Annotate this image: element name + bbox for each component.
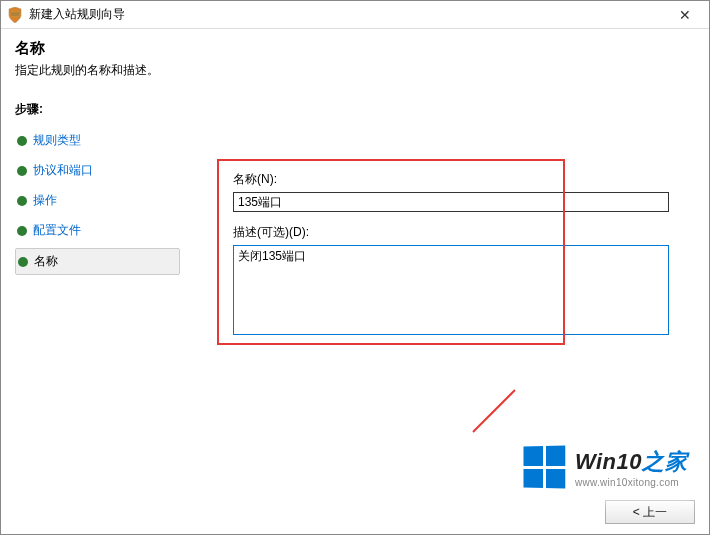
close-button[interactable]: ✕ — [665, 2, 705, 28]
step-label: 协议和端口 — [33, 162, 93, 179]
window-title: 新建入站规则向导 — [29, 6, 665, 23]
step-profile[interactable]: 配置文件 — [15, 218, 180, 243]
step-label: 规则类型 — [33, 132, 81, 149]
description-input[interactable] — [233, 245, 669, 335]
step-rule-type[interactable]: 规则类型 — [15, 128, 180, 153]
firewall-icon — [7, 7, 23, 23]
watermark: Win10之家 www.win10xitong.com — [515, 442, 695, 492]
step-label: 名称 — [34, 253, 58, 270]
watermark-title: Win10之家 — [575, 447, 687, 477]
wizard-button-bar: < 上一 — [605, 500, 695, 524]
step-label: 配置文件 — [33, 222, 81, 239]
bullet-icon — [17, 226, 27, 236]
bullet-icon — [17, 136, 27, 146]
windows-logo-icon — [523, 446, 565, 489]
step-action[interactable]: 操作 — [15, 188, 180, 213]
bullet-icon — [18, 257, 28, 267]
step-protocol-ports[interactable]: 协议和端口 — [15, 158, 180, 183]
back-button[interactable]: < 上一 — [605, 500, 695, 524]
description-label: 描述(可选)(D): — [233, 224, 669, 241]
page-title: 名称 — [15, 39, 695, 58]
step-label: 操作 — [33, 192, 57, 209]
title-bar: 新建入站规则向导 ✕ — [1, 1, 709, 29]
description-field-group: 描述(可选)(D): — [233, 224, 669, 338]
steps-sidebar: 步骤: 规则类型 协议和端口 操作 配置文件 名称 — [1, 91, 187, 535]
name-field-group: 名称(N): — [233, 171, 669, 212]
watermark-url: www.win10xitong.com — [575, 477, 679, 488]
svg-rect-0 — [11, 11, 19, 17]
page-subtitle: 指定此规则的名称和描述。 — [15, 62, 695, 79]
annotation-arrow-icon — [467, 388, 517, 438]
bullet-icon — [17, 166, 27, 176]
name-input[interactable] — [233, 192, 669, 212]
wizard-header: 名称 指定此规则的名称和描述。 — [1, 29, 709, 91]
name-label: 名称(N): — [233, 171, 669, 188]
bullet-icon — [17, 196, 27, 206]
svg-line-3 — [473, 390, 515, 432]
step-name[interactable]: 名称 — [15, 248, 180, 275]
steps-heading: 步骤: — [15, 101, 180, 118]
